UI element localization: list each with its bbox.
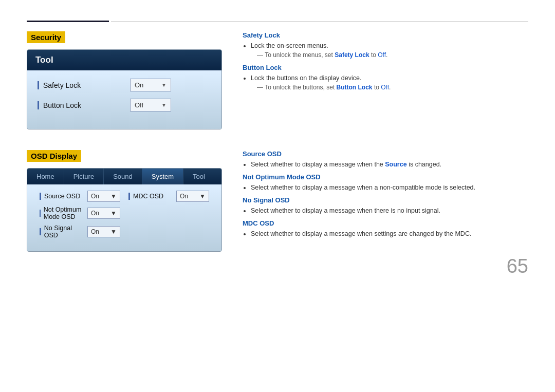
- top-line-light: [111, 21, 528, 22]
- safety-lock-sub: To unlock the menus, set Safety Lock to …: [257, 51, 528, 59]
- button-lock-sub: To unlock the buttons, set Button Lock t…: [257, 84, 528, 91]
- no-signal-label: No Signal OSD: [40, 225, 84, 239]
- tool-row-safety-lock: Safety Lock On ▼: [38, 79, 211, 91]
- osd-right-col: MDC OSD On ▼: [124, 191, 213, 243]
- not-optimum-bullet: Select whether to display a message when…: [251, 184, 528, 191]
- no-signal-arrow-icon: ▼: [110, 228, 117, 235]
- security-section: Security Tool Safety Lock On ▼ Button Lo…: [27, 31, 528, 129]
- tool-panel: Tool Safety Lock On ▼ Button Lock Off: [27, 49, 222, 129]
- mdc-osd-value: On: [180, 193, 188, 200]
- osd-left: OSD Display Home Picture Sound System To…: [27, 150, 222, 252]
- osd-tabs: Home Picture Sound System Tool: [27, 169, 221, 184]
- not-optimum-value: On: [91, 210, 99, 217]
- osd-row-no-signal: No Signal OSD On ▼: [40, 225, 120, 239]
- top-decorative-lines: [27, 21, 528, 22]
- button-lock-highlight: Button Lock: [337, 84, 373, 91]
- safety-lock-off: Off: [378, 51, 386, 59]
- mdc-osd-desc-title: MDC OSD: [243, 219, 528, 227]
- no-signal-bullet: Select whether to display a message when…: [251, 207, 528, 214]
- mdc-osd-bullet: Select whether to display a message when…: [251, 230, 528, 237]
- osd-section: OSD Display Home Picture Sound System To…: [27, 150, 528, 252]
- top-line-dark: [27, 21, 109, 22]
- osd-panel: Home Picture Sound System Tool Source OS…: [27, 168, 222, 252]
- tool-row-button-lock: Button Lock Off ▼: [38, 99, 211, 111]
- no-signal-value: On: [91, 228, 99, 235]
- safety-lock-select[interactable]: On ▼: [130, 79, 171, 91]
- not-optimum-arrow-icon: ▼: [110, 210, 117, 217]
- source-osd-arrow-icon: ▼: [110, 193, 117, 200]
- osd-row-mdc: MDC OSD On ▼: [128, 191, 209, 202]
- not-optimum-desc-title: Not Optimum Mode OSD: [243, 173, 528, 181]
- source-osd-value: On: [91, 193, 99, 200]
- security-left: Security Tool Safety Lock On ▼ Button Lo…: [27, 31, 222, 129]
- safety-lock-highlight: Safety Lock: [335, 51, 369, 59]
- source-osd-select[interactable]: On ▼: [87, 191, 120, 202]
- source-osd-desc-title: Source OSD: [243, 150, 528, 158]
- security-title: Security: [27, 31, 65, 43]
- button-lock-value: Off: [135, 101, 143, 109]
- safety-lock-desc-title: Safety Lock: [243, 31, 528, 39]
- source-osd-label: Source OSD: [40, 193, 84, 200]
- source-osd-bullet: Select whether to display a message when…: [251, 161, 528, 168]
- osd-body: Source OSD On ▼ Not Optimum Mode OSD On: [27, 184, 221, 251]
- source-highlight: Source: [385, 161, 406, 168]
- button-lock-arrow-icon: ▼: [161, 102, 166, 108]
- osd-tab-tool[interactable]: Tool: [183, 169, 214, 184]
- button-lock-select[interactable]: Off ▼: [130, 99, 171, 111]
- mdc-osd-select[interactable]: On ▼: [176, 191, 209, 202]
- tool-panel-header: Tool: [27, 50, 221, 70]
- osd-row-not-optimum: Not Optimum Mode OSD On ▼: [40, 206, 120, 220]
- mdc-osd-arrow-icon: ▼: [199, 193, 206, 200]
- osd-grid: Source OSD On ▼ Not Optimum Mode OSD On: [35, 191, 213, 243]
- osd-tab-sound[interactable]: Sound: [104, 169, 142, 184]
- button-lock-label: Button Lock: [38, 101, 130, 109]
- osd-title: OSD Display: [27, 150, 81, 162]
- not-optimum-label: Not Optimum Mode OSD: [40, 206, 84, 220]
- button-lock-bullet-1: Lock the buttons on the display device.: [251, 74, 528, 82]
- osd-tab-home[interactable]: Home: [27, 169, 64, 184]
- safety-lock-label: Safety Lock: [38, 81, 130, 89]
- osd-tab-picture[interactable]: Picture: [64, 169, 104, 184]
- not-optimum-select[interactable]: On ▼: [87, 208, 120, 219]
- safety-lock-bullet-1: Lock the on-screen menus.: [251, 42, 528, 49]
- safety-lock-arrow-icon: ▼: [161, 82, 166, 88]
- osd-right: Source OSD Select whether to display a m…: [243, 150, 528, 252]
- security-right: Safety Lock Lock the on-screen menus. To…: [243, 31, 528, 129]
- osd-row-source: Source OSD On ▼: [40, 191, 120, 202]
- tool-panel-body: Safety Lock On ▼ Button Lock Off ▼: [27, 70, 221, 129]
- mdc-osd-label: MDC OSD: [128, 193, 173, 200]
- no-signal-desc-title: No Signal OSD: [243, 196, 528, 204]
- page-number: 65: [507, 255, 528, 277]
- button-lock-off: Off: [381, 84, 389, 91]
- osd-left-col: Source OSD On ▼ Not Optimum Mode OSD On: [35, 191, 124, 243]
- safety-lock-value: On: [135, 81, 143, 89]
- osd-tab-system[interactable]: System: [142, 169, 183, 184]
- no-signal-select[interactable]: On ▼: [87, 226, 120, 237]
- button-lock-desc-title: Button Lock: [243, 64, 528, 71]
